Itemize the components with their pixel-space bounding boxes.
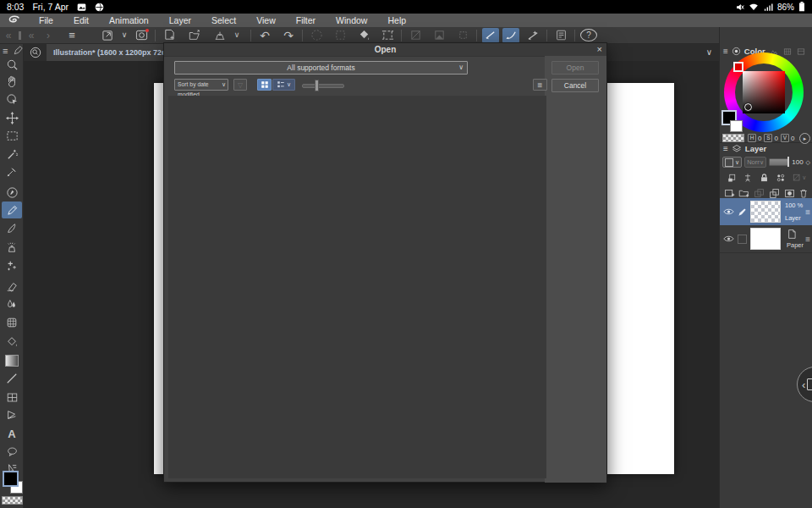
menu-layer[interactable]: Layer	[159, 15, 201, 25]
saturation-value-square[interactable]	[743, 71, 785, 113]
collapse-toolbar-icon[interactable]: «	[23, 28, 40, 43]
redo-icon[interactable]: ↷	[280, 28, 297, 43]
layer-row-paper[interactable]: Paper ≡	[720, 225, 812, 253]
menu-window[interactable]: Window	[326, 15, 377, 25]
tool-operation[interactable]	[2, 91, 22, 108]
snap-to-ruler-icon[interactable]	[482, 28, 499, 43]
clip-to-layer-below-icon[interactable]	[727, 173, 737, 183]
delete-layer-icon[interactable]	[798, 188, 809, 199]
save-chevron-icon[interactable]: ∨	[228, 28, 245, 43]
panel-divider-handle[interactable]	[19, 31, 21, 40]
menu-filter[interactable]: Filter	[286, 15, 326, 25]
tool-gradient[interactable]	[2, 352, 22, 369]
open-file-icon[interactable]	[186, 28, 203, 43]
tool-pencil[interactable]	[2, 202, 22, 218]
tool-figure[interactable]	[2, 370, 22, 387]
tool-blend[interactable]	[2, 295, 22, 312]
color-history-tab-icon[interactable]	[796, 47, 806, 56]
menu-animation[interactable]: Animation	[99, 15, 159, 25]
tool-move[interactable]	[2, 109, 22, 126]
snap-to-special-ruler-icon[interactable]	[502, 28, 519, 43]
save-export-icon[interactable]	[211, 28, 228, 43]
color-wheel-tab-icon[interactable]	[732, 47, 741, 56]
menu-file[interactable]: File	[29, 15, 63, 25]
canvas-zoom-icon[interactable]	[30, 47, 41, 58]
layer-thumbnail[interactable]	[750, 201, 781, 223]
crop-canvas-icon[interactable]	[379, 28, 396, 43]
transparent-color-swatch[interactable]	[2, 496, 23, 505]
command-bar-menu-icon[interactable]: ≡	[63, 28, 80, 43]
color-panel-menu-icon[interactable]: ≡	[723, 47, 728, 56]
layer-panel-menu-icon[interactable]: ≡	[723, 145, 728, 153]
tool-eyedropper[interactable]	[2, 163, 22, 180]
transparent-color-swatch[interactable]	[722, 134, 744, 142]
editing-target-placeholder[interactable]	[738, 235, 747, 244]
tool-selection[interactable]	[2, 127, 22, 144]
tool-fill[interactable]	[2, 334, 22, 351]
tool-eraser[interactable]	[2, 278, 22, 295]
hue-marker[interactable]	[733, 62, 743, 72]
menu-help[interactable]: Help	[377, 15, 416, 25]
help-icon[interactable]: ?	[580, 29, 597, 41]
clip-studio-share-icon[interactable]	[133, 28, 150, 43]
layer-visibility-icon[interactable]	[723, 207, 734, 216]
snap-to-grid-icon[interactable]	[524, 28, 541, 43]
thumbnail-size-slider[interactable]	[302, 84, 344, 88]
reference-layer-icon[interactable]	[743, 173, 753, 183]
dialog-close-icon[interactable]: ×	[597, 43, 602, 56]
layer-row-menu-icon[interactable]: ≡	[805, 207, 810, 217]
collapse-panel-icon[interactable]: «	[0, 28, 17, 43]
layer-mask-icon[interactable]	[784, 188, 795, 199]
layer-opacity-slider[interactable]	[769, 158, 789, 166]
new-document-icon[interactable]	[161, 28, 178, 43]
new-layer-icon[interactable]	[724, 188, 735, 199]
tab-list-chevron-icon[interactable]: ∨	[706, 48, 712, 57]
layer-texture-dropdown[interactable]: ∨	[722, 157, 742, 168]
blend-mode-dropdown[interactable]: Norm ∨	[744, 157, 766, 168]
tool-airbrush[interactable]	[2, 239, 22, 256]
main-color-swatch[interactable]	[3, 471, 19, 487]
menu-edit[interactable]: Edit	[63, 15, 99, 25]
tool-panel-menu-icon[interactable]: ≡	[3, 47, 8, 56]
new-folder-icon[interactable]	[738, 188, 749, 199]
tool-pen[interactable]	[2, 184, 22, 201]
tool-balloon[interactable]	[2, 443, 22, 460]
paper-thumbnail[interactable]	[750, 228, 781, 250]
lock-transparent-pixels-icon[interactable]	[776, 173, 786, 183]
opacity-stepper-icon[interactable]: ◇	[806, 159, 810, 165]
tool-text[interactable]: A	[2, 425, 22, 442]
thumbnail-size-slider-handle[interactable]	[315, 80, 319, 91]
layer-row-selected[interactable]: 100 % Layer ≡	[720, 198, 812, 225]
sort-dropdown[interactable]: Sort by date modified ∨	[174, 79, 228, 91]
fill-selection-icon[interactable]	[355, 28, 372, 43]
expand-toolbar-icon[interactable]: ›	[40, 28, 57, 43]
open-in-chevron-icon[interactable]: ∨	[116, 28, 133, 43]
tool-zoom[interactable]	[2, 56, 22, 73]
grid-view-button[interactable]	[257, 79, 272, 91]
menu-select[interactable]: Select	[201, 15, 246, 25]
format-filter-dropdown[interactable]: All supported formats ∨	[174, 61, 468, 75]
tool-brush[interactable]	[2, 220, 22, 237]
tool-correct-line[interactable]	[2, 406, 22, 423]
layer-opacity-slider-handle[interactable]	[787, 157, 789, 167]
sub-view-panel-icon[interactable]	[552, 28, 569, 43]
deselect-icon[interactable]	[308, 28, 325, 43]
tool-edit-icon[interactable]	[13, 46, 23, 56]
filter-button[interactable]: ▽	[233, 79, 247, 91]
tool-decoration[interactable]	[2, 257, 22, 274]
menu-view[interactable]: View	[246, 15, 286, 25]
list-view-button[interactable]: ∨	[272, 79, 295, 91]
cancel-button[interactable]: Cancel	[551, 79, 599, 92]
file-list[interactable]	[168, 96, 546, 478]
layer-visibility-icon[interactable]	[723, 235, 734, 243]
tool-auto-select[interactable]	[2, 146, 22, 163]
color-panel-expand-icon[interactable]: ▸	[799, 133, 810, 144]
open-in-clip-studio-icon[interactable]	[99, 28, 116, 43]
sv-marker[interactable]	[744, 103, 752, 111]
clip-studio-logo-icon[interactable]	[0, 15, 29, 25]
merge-layer-icon[interactable]	[769, 188, 780, 199]
open-button[interactable]: Open	[551, 61, 599, 75]
tool-hand[interactable]	[2, 73, 22, 90]
layer-row-menu-icon[interactable]: ≡	[805, 235, 810, 244]
lock-layer-icon[interactable]	[760, 173, 769, 183]
